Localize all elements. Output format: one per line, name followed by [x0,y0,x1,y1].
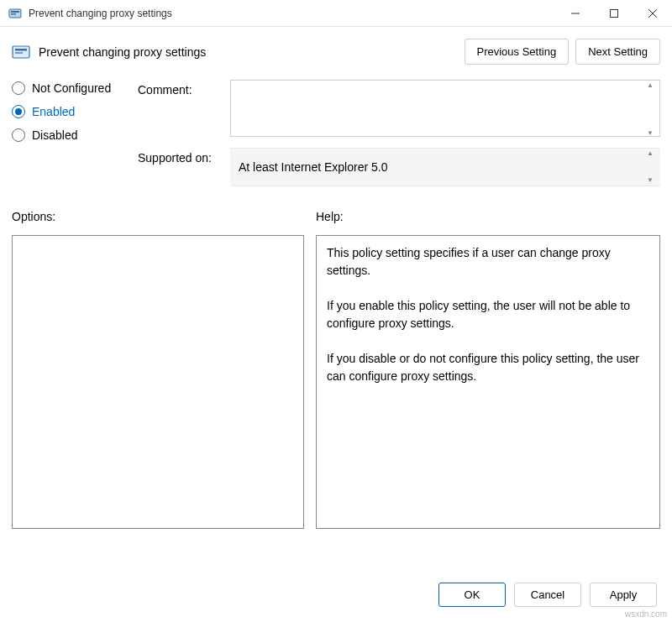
radio-not-configured[interactable]: Not Configured [12,81,138,95]
next-setting-button[interactable]: Next Setting [575,39,660,65]
nav-buttons: Previous Setting Next Setting [465,39,661,65]
ok-button[interactable]: OK [438,583,506,607]
radio-disabled[interactable]: Disabled [12,128,138,142]
options-box[interactable] [12,235,304,529]
scroll-up-icon[interactable]: ▲ [643,150,657,157]
svg-rect-4 [611,9,618,17]
supported-text: At least Internet Explorer 5.0 [239,160,387,174]
options-panel: Options: [12,210,304,529]
titlebar: Prevent changing proxy settings [0,0,672,27]
options-label: Options: [12,210,304,223]
supported-row: Supported on: At least Internet Explorer… [138,148,660,186]
apply-button[interactable]: Apply [590,583,657,607]
policy-icon [8,7,22,20]
help-box: This policy setting specifies if a user … [316,235,660,529]
radio-icon [12,81,25,95]
page-title: Prevent changing proxy settings [39,45,465,59]
scroll-down-icon[interactable]: ▼ [643,177,657,184]
supported-value: At least Internet Explorer 5.0 ▲ ▼ [230,148,660,186]
scroll-up-icon[interactable]: ▲ [643,82,657,89]
fields-col: Comment: ▲ ▼ Supported on: At least Inte… [138,80,660,195]
radio-icon [12,128,25,142]
watermark: wsxdn.com [625,609,667,619]
radio-label: Enabled [32,105,75,118]
cancel-button[interactable]: Cancel [514,583,581,607]
comment-row: Comment: ▲ ▼ [138,80,660,139]
comment-label: Comment: [138,80,230,139]
radio-label: Not Configured [32,81,111,95]
help-label: Help: [316,210,660,223]
header-row: Prevent changing proxy settings Previous… [12,39,660,65]
supported-label: Supported on: [138,148,230,186]
state-radio-group: Not Configured Enabled Disabled [12,80,138,195]
svg-rect-8 [15,49,27,51]
policy-icon [12,43,30,61]
close-button[interactable] [633,0,672,27]
minimize-button[interactable] [556,0,595,27]
previous-setting-button[interactable]: Previous Setting [465,39,570,65]
svg-rect-9 [15,52,23,54]
footer-buttons: OK Cancel Apply [438,583,657,607]
maximize-button[interactable] [595,0,633,27]
window-controls [556,0,672,27]
radio-label: Disabled [32,128,77,142]
svg-rect-1 [11,11,19,13]
panels-row: Options: Help: This policy setting speci… [12,210,660,529]
config-row: Not Configured Enabled Disabled Comment:… [12,80,660,195]
help-panel: Help: This policy setting specifies if a… [316,210,660,529]
radio-icon [12,105,25,118]
scroll-down-icon[interactable]: ▼ [643,130,657,137]
comment-input[interactable] [230,80,660,137]
svg-rect-2 [11,13,16,15]
radio-enabled[interactable]: Enabled [12,105,138,118]
content-area: Prevent changing proxy settings Previous… [0,27,672,529]
window-title: Prevent changing proxy settings [29,8,556,19]
